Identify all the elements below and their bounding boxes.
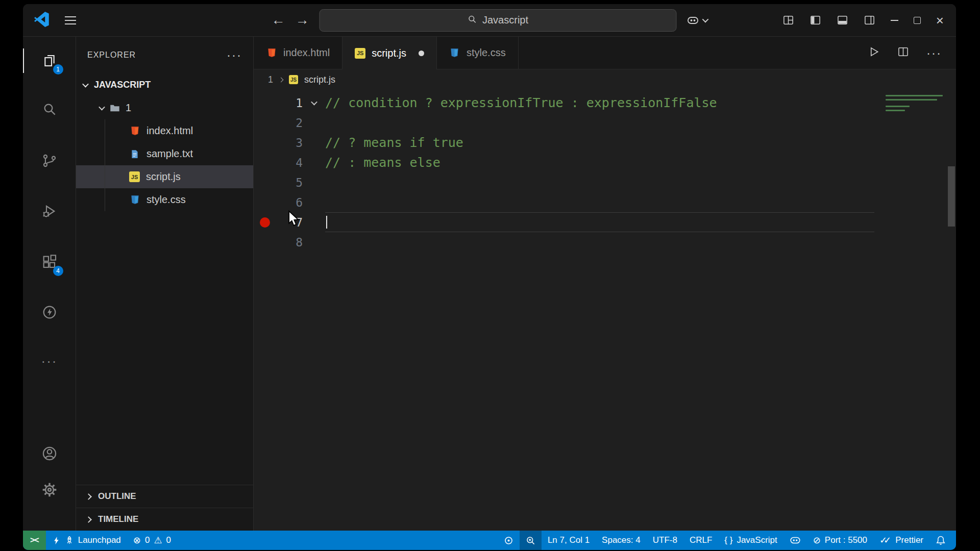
file-name: index.html [146,125,193,137]
eol-item[interactable]: CRLF [683,531,718,550]
eol-label: CRLF [690,535,712,545]
code-line-2[interactable]: 2 [254,113,956,133]
line-number[interactable]: 6 [269,196,303,209]
code-text: // ? means if true [325,135,463,150]
command-center-search[interactable]: Javascript [320,9,677,32]
live-server-port-item[interactable]: ⊘ Port : 5500 [807,531,873,550]
source-control-icon[interactable] [37,148,62,173]
toggle-sidebar-icon[interactable] [810,14,821,26]
file-item-script-js[interactable]: JS script.js [76,165,253,188]
code-editor[interactable]: 1 // condition ? expressionIfTrue : expr… [254,90,956,531]
unsaved-changes-dot[interactable] [419,51,424,56]
css-file-icon [449,47,460,59]
outline-section[interactable]: OUTLINE [76,485,253,508]
problems-item[interactable]: ⊗ 0 ⚠ 0 [127,531,177,550]
code-line-8[interactable]: 8 [254,232,956,252]
breadcrumb[interactable]: 1 JS script.js [254,69,956,90]
minimize-button[interactable] [891,20,898,21]
breakpoint-icon[interactable] [260,217,270,228]
encoding-item[interactable]: UTF-8 [647,531,683,550]
toggle-secondary-sidebar-icon[interactable] [864,14,875,26]
zoom-item[interactable] [520,531,542,550]
bolt-icon [52,536,61,545]
line-number[interactable]: 5 [269,176,303,189]
explorer-view-icon[interactable]: 1 [37,48,62,73]
code-line-6[interactable]: 6 [254,192,956,212]
file-item-style-css[interactable]: style.css [76,188,253,211]
code-line-1[interactable]: 1 // condition ? expressionIfTrue : expr… [254,93,956,113]
fold-chevron-icon[interactable] [311,99,317,106]
text-caret [326,216,327,229]
settings-gear-icon[interactable] [37,478,62,502]
explorer-more-actions[interactable]: ··· [227,48,242,62]
notifications-item[interactable] [929,531,952,550]
prettier-item[interactable]: ✓✓ Prettier [873,531,929,550]
menu-hamburger-icon[interactable] [65,16,76,24]
code-line-4[interactable]: 4 // : means else [254,153,956,172]
run-file-icon[interactable] [868,46,880,60]
copilot-icon [790,535,801,546]
more-views-icon[interactable]: ··· [37,349,62,373]
search-view-icon[interactable] [37,97,62,121]
file-item-index-html[interactable]: index.html [76,119,253,142]
cursor-position-item[interactable]: Ln 7, Col 1 [542,531,596,550]
tab-label: index.html [283,47,330,59]
maximize-button[interactable] [914,17,921,24]
tree-folder-label: 1 [126,102,131,114]
copilot-status-item[interactable] [783,531,807,550]
code-line-5[interactable]: 5 [254,172,956,192]
line-number[interactable]: 4 [269,156,303,169]
line-number[interactable]: 2 [269,116,303,130]
search-query: Javascript [482,14,528,26]
account-icon[interactable] [37,441,62,466]
breadcrumb-file[interactable]: script.js [304,74,335,85]
tab-index-html[interactable]: index.html [254,37,342,69]
vscode-logo-icon [34,12,50,29]
file-item-sample-txt[interactable]: sample.txt [76,142,253,165]
extensions-view-icon[interactable]: 4 [37,250,62,274]
chevron-down-icon [99,104,105,111]
code-line-7[interactable]: 7 [254,212,956,232]
chevron-right-icon [85,493,92,500]
line-number[interactable]: 3 [269,136,303,149]
section-label: TIMELINE [98,514,138,524]
line-number[interactable]: 1 [269,96,303,110]
launchpad-item[interactable]: Launchpad [46,531,127,550]
copilot-menu-button[interactable] [687,14,708,27]
active-view-indicator [23,48,24,73]
tab-script-js[interactable]: JS script.js [342,37,437,69]
editor-scrollbar[interactable] [947,90,956,531]
folder-icon [109,103,120,114]
back-button[interactable]: ← [272,13,285,27]
editor-more-actions[interactable]: ··· [926,46,942,60]
breadcrumb-folder[interactable]: 1 [268,74,273,85]
port-label: Port : 5500 [825,535,867,545]
close-button[interactable]: × [936,14,944,27]
launchpad-label: Launchpad [78,535,121,545]
search-icon [468,14,477,27]
editor-group: index.html JS script.js style.css [254,37,956,531]
forward-button[interactable]: → [296,13,309,27]
toggle-panel-icon[interactable] [837,14,848,26]
encoding-label: UTF-8 [653,535,677,545]
remote-indicator[interactable]: >< [23,531,46,550]
code-line-3[interactable]: 3 // ? means if true [254,133,956,153]
line-number[interactable]: 8 [269,236,303,249]
split-editor-icon[interactable] [897,46,909,60]
explorer-sidebar: EXPLORER ··· JAVASCRIPT 1 [76,37,254,531]
run-debug-icon[interactable] [37,199,62,223]
tree-folder-1[interactable]: 1 [76,96,253,119]
js-file-icon: JS [289,75,298,84]
thunder-client-icon[interactable] [37,300,62,324]
goto-symbol-item[interactable] [498,531,520,550]
errors-icon: ⊗ [133,536,141,545]
scrollbar-thumb[interactable] [948,166,955,227]
minimap[interactable] [886,95,943,111]
tree-root-javascript[interactable]: JAVASCRIPT [76,73,253,96]
css-file-icon [129,194,140,206]
timeline-section[interactable]: TIMELINE [76,508,253,531]
indentation-item[interactable]: Spaces: 4 [596,531,647,550]
language-mode-item[interactable]: { } JavaScript [718,531,783,550]
tab-style-css[interactable]: style.css [437,37,519,69]
editor-layout-icon[interactable] [782,14,794,26]
